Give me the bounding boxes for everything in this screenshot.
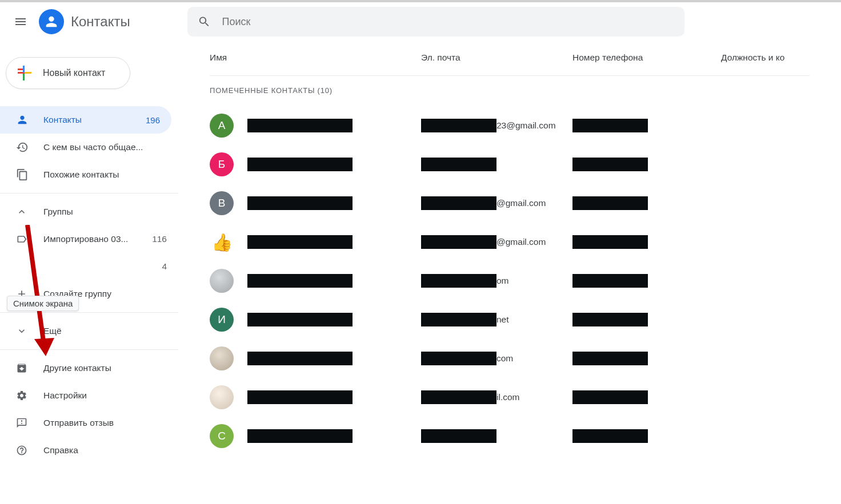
col-email: Эл. почта [421, 53, 572, 63]
nav-label: Контакты [43, 115, 146, 125]
table-row[interactable]: Иnet [210, 300, 841, 339]
archive-icon [16, 362, 31, 374]
redacted-name [247, 119, 353, 132]
redacted-email [421, 119, 496, 132]
redacted-phone [572, 274, 648, 288]
help-label: Справка [43, 445, 167, 455]
table-row[interactable]: om [210, 261, 841, 300]
email-tail: il.com [496, 392, 519, 402]
avatar: Б [210, 152, 234, 176]
sidebar-feedback[interactable]: Отправить отзыв [0, 409, 178, 437]
sidebar-item-contacts[interactable]: Контакты 196 [0, 106, 171, 134]
redacted-phone [572, 196, 648, 210]
table-row[interactable]: il.com [210, 378, 841, 417]
sidebar-groups-header[interactable]: Группы [0, 198, 178, 225]
person-icon [16, 114, 31, 126]
avatar [210, 269, 234, 293]
col-phone: Номер телефона [572, 53, 721, 63]
redacted-name [247, 429, 353, 443]
redacted-email [421, 158, 496, 171]
table-row[interactable]: 👍@gmail.com [210, 223, 841, 261]
divider [0, 349, 178, 350]
email-tail: 23@gmail.com [496, 120, 556, 131]
redacted-phone [572, 235, 648, 249]
gear-icon [16, 390, 31, 401]
redacted-name [247, 235, 353, 249]
history-icon [16, 141, 31, 154]
redacted-name [247, 274, 353, 288]
contacts-icon [39, 9, 64, 34]
avatar [210, 385, 234, 409]
table-row[interactable]: В@gmail.com [210, 184, 841, 223]
chevron-up-icon [16, 206, 31, 217]
nav-label: Похожие контакты [43, 170, 160, 180]
group-label: Импортировано 03... [43, 234, 152, 244]
redacted-name [247, 158, 353, 171]
plus-icon [18, 66, 33, 80]
email-tail: om [496, 276, 509, 286]
app-logo[interactable]: Контакты [39, 9, 130, 34]
email-tail: @gmail.com [496, 237, 546, 247]
other-contacts-label: Другие контакты [43, 363, 167, 373]
redacted-name [247, 313, 353, 326]
new-contact-button[interactable]: Новый контакт [6, 57, 130, 89]
divider [0, 312, 178, 313]
table-row[interactable]: С [210, 417, 841, 455]
redacted-email [421, 196, 496, 210]
sidebar-settings[interactable]: Настройки [0, 382, 178, 409]
group-count: 4 [162, 261, 167, 272]
sidebar-other-contacts[interactable]: Другие контакты [0, 354, 178, 382]
email-tail: @gmail.com [496, 198, 546, 208]
redacted-email [421, 274, 496, 288]
label-icon [16, 233, 31, 245]
search-bar[interactable] [187, 7, 684, 37]
redacted-email [421, 235, 496, 249]
help-icon [16, 445, 31, 456]
redacted-phone [572, 352, 648, 365]
redacted-email [421, 352, 496, 365]
redacted-phone [572, 313, 648, 326]
nav-label: С кем вы часто общае... [43, 142, 160, 152]
table-header: Имя Эл. почта Номер телефона Должность и… [210, 53, 841, 75]
redacted-name [247, 196, 353, 210]
col-name: Имя [210, 53, 421, 63]
chevron-down-icon [16, 325, 31, 337]
email-tail: com [496, 353, 513, 364]
sidebar-more[interactable]: Ещё [0, 317, 178, 345]
menu-button[interactable] [7, 8, 34, 35]
redacted-email [421, 429, 496, 443]
redacted-name [247, 352, 353, 365]
col-job: Должность и ко [721, 53, 784, 63]
hamburger-icon [14, 15, 27, 29]
avatar [210, 346, 234, 370]
email-tail: net [496, 315, 509, 325]
table-row[interactable]: Б [210, 145, 841, 184]
avatar: С [210, 424, 234, 448]
app-title: Контакты [71, 14, 130, 30]
sidebar-item-merge[interactable]: Похожие контакты [0, 161, 171, 188]
divider [210, 75, 810, 76]
sidebar-help[interactable]: Справка [0, 437, 178, 464]
redacted-email [421, 313, 496, 326]
avatar: И [210, 308, 234, 332]
redacted-phone [572, 429, 648, 443]
table-row[interactable]: com [210, 339, 841, 378]
settings-label: Настройки [43, 390, 167, 401]
redacted-phone [572, 119, 648, 132]
search-input[interactable] [222, 16, 674, 28]
tooltip: Снимок экрана [7, 296, 79, 311]
sidebar: Новый контакт Контакты 196 С кем вы част… [0, 41, 178, 504]
new-contact-label: Новый контакт [43, 68, 105, 78]
section-title: ПОМЕЧЕННЫЕ КОНТАКТЫ (10) [210, 86, 841, 95]
main-content: Имя Эл. почта Номер телефона Должность и… [178, 41, 841, 504]
sidebar-item-frequent[interactable]: С кем вы часто общае... [0, 134, 171, 161]
copy-icon [16, 168, 31, 181]
sidebar-group-item[interactable]: Импортировано 03... 116 [0, 225, 178, 253]
more-label: Ещё [43, 326, 167, 336]
redacted-phone [572, 158, 648, 171]
divider [0, 193, 178, 193]
sidebar-group-item[interactable]: 4 [0, 253, 178, 280]
feedback-icon [16, 417, 31, 429]
table-row[interactable]: А23@gmail.com [210, 106, 841, 145]
avatar: В [210, 191, 234, 215]
